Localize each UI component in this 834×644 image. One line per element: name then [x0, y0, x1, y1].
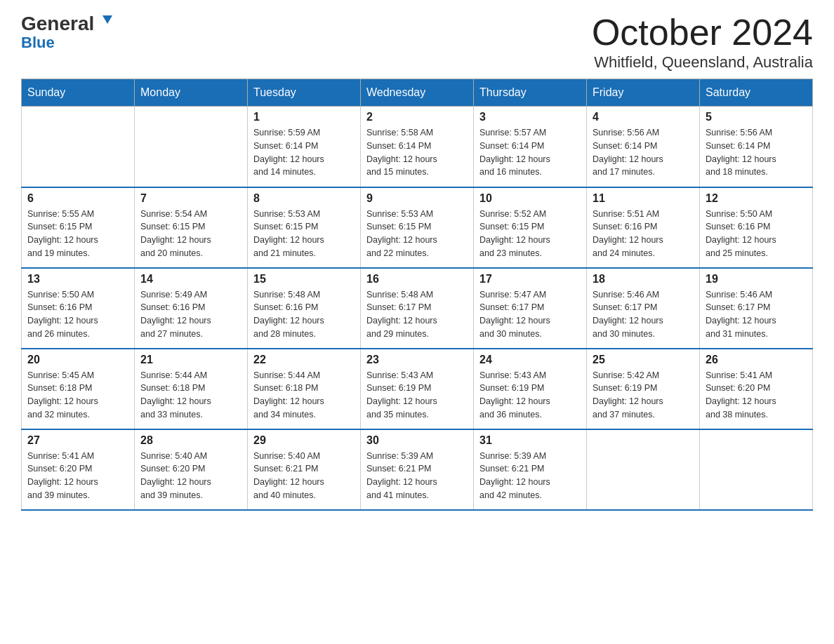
day-info: Sunrise: 5:39 AMSunset: 6:21 PMDaylight:… [479, 450, 581, 502]
calendar-day-cell: 21Sunrise: 5:44 AMSunset: 6:18 PMDayligh… [135, 349, 248, 429]
weekday-header-tuesday: Tuesday [248, 79, 361, 107]
day-number: 27 [27, 434, 128, 447]
weekday-header-thursday: Thursday [474, 79, 587, 107]
calendar-day-cell: 10Sunrise: 5:52 AMSunset: 6:15 PMDayligh… [474, 187, 587, 268]
day-number: 2 [366, 111, 468, 123]
day-info: Sunrise: 5:40 AMSunset: 6:20 PMDaylight:… [140, 450, 241, 502]
calendar-day-cell: 13Sunrise: 5:50 AMSunset: 6:16 PMDayligh… [22, 268, 135, 349]
day-number: 8 [253, 192, 355, 205]
calendar-day-cell: 4Sunrise: 5:56 AMSunset: 6:14 PMDaylight… [587, 107, 700, 187]
day-info: Sunrise: 5:53 AMSunset: 6:15 PMDaylight:… [253, 208, 355, 260]
day-info: Sunrise: 5:45 AMSunset: 6:18 PMDaylight:… [27, 369, 128, 422]
day-number: 7 [140, 192, 241, 205]
logo-text-blue: Blue [21, 34, 55, 52]
weekday-header-row: SundayMondayTuesdayWednesdayThursdayFrid… [22, 79, 813, 107]
day-info: Sunrise: 5:48 AMSunset: 6:16 PMDaylight:… [253, 288, 355, 341]
calendar-day-cell: 16Sunrise: 5:48 AMSunset: 6:17 PMDayligh… [361, 268, 474, 349]
calendar-day-cell: 28Sunrise: 5:40 AMSunset: 6:20 PMDayligh… [135, 429, 248, 510]
day-info: Sunrise: 5:58 AMSunset: 6:14 PMDaylight:… [366, 126, 468, 179]
calendar-day-cell: 12Sunrise: 5:50 AMSunset: 6:16 PMDayligh… [700, 187, 813, 268]
calendar-day-cell: 14Sunrise: 5:49 AMSunset: 6:16 PMDayligh… [135, 268, 248, 349]
calendar-day-cell: 31Sunrise: 5:39 AMSunset: 6:21 PMDayligh… [474, 429, 587, 510]
weekday-header-monday: Monday [135, 79, 248, 107]
day-number: 4 [593, 111, 694, 123]
day-number: 26 [706, 354, 807, 366]
day-info: Sunrise: 5:48 AMSunset: 6:17 PMDaylight:… [366, 288, 468, 341]
day-number: 31 [479, 434, 581, 447]
day-info: Sunrise: 5:41 AMSunset: 6:20 PMDaylight:… [706, 369, 807, 422]
day-number: 11 [593, 192, 694, 205]
calendar-week-row: 13Sunrise: 5:50 AMSunset: 6:16 PMDayligh… [22, 268, 813, 349]
day-number: 20 [27, 354, 128, 366]
calendar-day-cell: 8Sunrise: 5:53 AMSunset: 6:15 PMDaylight… [248, 187, 361, 268]
day-info: Sunrise: 5:56 AMSunset: 6:14 PMDaylight:… [593, 126, 694, 179]
logo-text-general: General [21, 14, 94, 34]
day-info: Sunrise: 5:52 AMSunset: 6:15 PMDaylight:… [479, 208, 581, 260]
day-info: Sunrise: 5:46 AMSunset: 6:17 PMDaylight:… [706, 288, 807, 341]
day-info: Sunrise: 5:51 AMSunset: 6:16 PMDaylight:… [593, 208, 694, 260]
day-info: Sunrise: 5:59 AMSunset: 6:14 PMDaylight:… [253, 126, 355, 179]
day-info: Sunrise: 5:44 AMSunset: 6:18 PMDaylight:… [140, 369, 241, 422]
calendar-day-cell [135, 107, 248, 187]
title-section: October 2024 Whitfield, Queensland, Aust… [592, 14, 813, 72]
weekday-header-saturday: Saturday [700, 79, 813, 107]
calendar-week-row: 20Sunrise: 5:45 AMSunset: 6:18 PMDayligh… [22, 349, 813, 429]
calendar-table: SundayMondayTuesdayWednesdayThursdayFrid… [21, 79, 813, 511]
calendar-day-cell: 26Sunrise: 5:41 AMSunset: 6:20 PMDayligh… [700, 349, 813, 429]
day-info: Sunrise: 5:39 AMSunset: 6:21 PMDaylight:… [366, 450, 468, 502]
day-number: 16 [366, 273, 468, 286]
day-number: 25 [593, 354, 694, 366]
calendar-week-row: 27Sunrise: 5:41 AMSunset: 6:20 PMDayligh… [22, 429, 813, 510]
calendar-day-cell [700, 429, 813, 510]
calendar-day-cell: 23Sunrise: 5:43 AMSunset: 6:19 PMDayligh… [361, 349, 474, 429]
day-number: 28 [140, 434, 241, 447]
day-number: 9 [366, 192, 468, 205]
calendar-week-row: 6Sunrise: 5:55 AMSunset: 6:15 PMDaylight… [22, 187, 813, 268]
calendar-day-cell: 22Sunrise: 5:44 AMSunset: 6:18 PMDayligh… [248, 349, 361, 429]
day-info: Sunrise: 5:50 AMSunset: 6:16 PMDaylight:… [27, 288, 128, 341]
svg-marker-0 [102, 15, 112, 24]
day-info: Sunrise: 5:44 AMSunset: 6:18 PMDaylight:… [253, 369, 355, 422]
day-number: 5 [706, 111, 807, 123]
day-info: Sunrise: 5:41 AMSunset: 6:20 PMDaylight:… [27, 450, 128, 502]
day-number: 10 [479, 192, 581, 205]
day-number: 23 [366, 354, 468, 366]
day-info: Sunrise: 5:43 AMSunset: 6:19 PMDaylight:… [366, 369, 468, 422]
calendar-day-cell: 15Sunrise: 5:48 AMSunset: 6:16 PMDayligh… [248, 268, 361, 349]
calendar-day-cell: 19Sunrise: 5:46 AMSunset: 6:17 PMDayligh… [700, 268, 813, 349]
day-number: 21 [140, 354, 241, 366]
calendar-week-row: 1Sunrise: 5:59 AMSunset: 6:14 PMDaylight… [22, 107, 813, 187]
calendar-day-cell [22, 107, 135, 187]
day-number: 29 [253, 434, 355, 447]
day-number: 15 [253, 273, 355, 286]
day-info: Sunrise: 5:57 AMSunset: 6:14 PMDaylight:… [479, 126, 581, 179]
calendar-day-cell: 3Sunrise: 5:57 AMSunset: 6:14 PMDaylight… [474, 107, 587, 187]
month-title: October 2024 [592, 14, 813, 51]
day-info: Sunrise: 5:54 AMSunset: 6:15 PMDaylight:… [140, 208, 241, 260]
calendar-day-cell: 7Sunrise: 5:54 AMSunset: 6:15 PMDaylight… [135, 187, 248, 268]
calendar-day-cell: 6Sunrise: 5:55 AMSunset: 6:15 PMDaylight… [22, 187, 135, 268]
day-info: Sunrise: 5:43 AMSunset: 6:19 PMDaylight:… [479, 369, 581, 422]
calendar-day-cell: 5Sunrise: 5:56 AMSunset: 6:14 PMDaylight… [700, 107, 813, 187]
calendar-day-cell: 27Sunrise: 5:41 AMSunset: 6:20 PMDayligh… [22, 429, 135, 510]
calendar-day-cell: 20Sunrise: 5:45 AMSunset: 6:18 PMDayligh… [22, 349, 135, 429]
day-number: 22 [253, 354, 355, 366]
day-number: 14 [140, 273, 241, 286]
day-number: 13 [27, 273, 128, 286]
day-info: Sunrise: 5:42 AMSunset: 6:19 PMDaylight:… [593, 369, 694, 422]
day-number: 1 [253, 111, 355, 123]
day-number: 6 [27, 192, 128, 205]
day-number: 24 [479, 354, 581, 366]
weekday-header-friday: Friday [587, 79, 700, 107]
weekday-header-sunday: Sunday [22, 79, 135, 107]
calendar-day-cell: 30Sunrise: 5:39 AMSunset: 6:21 PMDayligh… [361, 429, 474, 510]
day-number: 3 [479, 111, 581, 123]
day-info: Sunrise: 5:53 AMSunset: 6:15 PMDaylight:… [366, 208, 468, 260]
day-info: Sunrise: 5:47 AMSunset: 6:17 PMDaylight:… [479, 288, 581, 341]
calendar-day-cell [587, 429, 700, 510]
day-info: Sunrise: 5:49 AMSunset: 6:16 PMDaylight:… [140, 288, 241, 341]
day-info: Sunrise: 5:46 AMSunset: 6:17 PMDaylight:… [593, 288, 694, 341]
day-number: 12 [706, 192, 807, 205]
day-number: 30 [366, 434, 468, 447]
calendar-day-cell: 24Sunrise: 5:43 AMSunset: 6:19 PMDayligh… [474, 349, 587, 429]
